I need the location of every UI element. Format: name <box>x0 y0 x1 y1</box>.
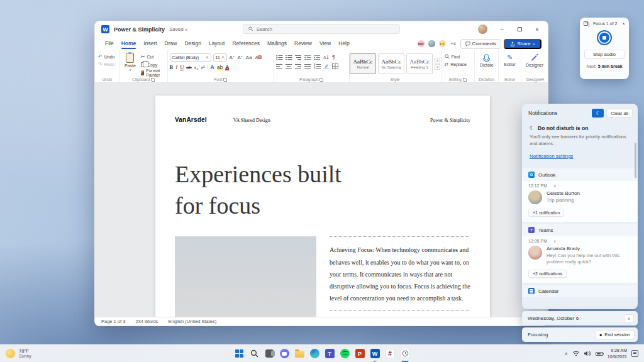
end-session-button[interactable]: ■ End session <box>596 330 635 339</box>
subscript-button[interactable]: x₂ <box>194 65 199 70</box>
expand-calendar-button[interactable]: ∨ <box>624 314 634 323</box>
underline-button[interactable]: U <box>180 64 184 70</box>
dialog-launcher-icon[interactable] <box>319 78 323 82</box>
start-button[interactable] <box>231 345 247 362</box>
tab-insert[interactable]: Insert <box>140 38 160 50</box>
chevron-down-icon[interactable]: ∨ <box>553 239 556 243</box>
more-notifications-chip[interactable]: +2 notifications <box>528 270 567 278</box>
borders-button[interactable] <box>332 63 338 69</box>
dialog-launcher-icon[interactable] <box>151 78 155 82</box>
language-indicator[interactable]: English (United States) <box>169 319 217 324</box>
teams-button[interactable]: T <box>322 345 337 362</box>
font-size-select[interactable]: 11∨ <box>213 53 227 62</box>
strikethrough-button[interactable]: ab <box>186 65 191 70</box>
battery-icon[interactable] <box>596 352 603 356</box>
tab-file[interactable]: File <box>101 38 118 50</box>
stop-audio-button[interactable]: Stop audio <box>584 50 625 58</box>
style-heading1[interactable]: AaBbCcHeading 1 <box>406 53 433 74</box>
tab-review[interactable]: Review <box>291 38 316 50</box>
tab-layout[interactable]: Layout <box>205 38 229 50</box>
document-page[interactable]: VanArsdel VA Shared Design Power & Simpl… <box>155 96 490 317</box>
tab-design[interactable]: Design <box>180 38 204 50</box>
outlook-notification[interactable]: 12:12 PM∨ Celeste Burton Trip planning +… <box>522 181 638 222</box>
notification-settings-link[interactable]: Notification settings <box>530 153 573 159</box>
cut-button[interactable]: ✂Cut <box>140 53 165 60</box>
tab-home[interactable]: Home <box>118 38 140 50</box>
word-count[interactable]: 234 Words <box>135 319 158 324</box>
dialog-launcher-icon[interactable] <box>223 78 227 82</box>
teams-notification[interactable]: 12:05 PM∨ Amanda Brady Hey! Can you help… <box>522 236 638 283</box>
shading-button[interactable] <box>323 63 330 69</box>
align-left-button[interactable] <box>276 63 283 69</box>
style-scroll-down[interactable]: ∨ <box>435 64 440 70</box>
show-hidden-icons-button[interactable]: ∧ <box>565 351 568 356</box>
increase-indent-button[interactable] <box>314 55 321 60</box>
chat-button[interactable] <box>277 345 292 362</box>
copy-button[interactable]: Copy <box>140 61 165 69</box>
bold-button[interactable]: B <box>170 64 174 70</box>
tab-help[interactable]: Help <box>335 38 353 50</box>
line-spacing-button[interactable] <box>314 63 321 69</box>
more-notifications-chip[interactable]: +1 notification <box>528 209 564 217</box>
minimize-button[interactable]: – <box>494 23 510 36</box>
more-collaborators[interactable]: +4 <box>451 41 456 46</box>
volume-icon[interactable] <box>584 351 591 356</box>
file-explorer-button[interactable] <box>292 345 307 362</box>
decrease-indent-button[interactable] <box>304 55 311 60</box>
paste-button[interactable]: Paste ∨ <box>122 53 138 77</box>
replace-button[interactable]: ⇄Replace <box>443 60 473 68</box>
show-formatting-button[interactable]: ¶ <box>332 54 335 60</box>
clock-datetime[interactable]: 9:28 AM 10/6/2021 <box>608 348 627 359</box>
shrink-font-button[interactable]: Aˇ <box>237 55 243 60</box>
tab-draw[interactable]: Draw <box>161 38 181 50</box>
clear-formatting-button[interactable]: A <box>254 55 258 60</box>
font-color-button[interactable]: A <box>225 64 229 70</box>
comments-button[interactable]: Comments <box>460 39 502 49</box>
teams-group-header[interactable]: T Teams <box>522 224 638 236</box>
numbered-list-button[interactable] <box>286 55 292 60</box>
clear-all-button[interactable]: Clear all <box>606 109 633 118</box>
find-button[interactable]: Find <box>443 53 473 60</box>
outlook-group-header[interactable]: O Outlook <box>522 168 638 181</box>
task-view-button[interactable] <box>262 345 277 362</box>
style-scroll-up[interactable]: ∧ <box>435 58 440 63</box>
share-button[interactable]: Share ∨ <box>504 39 541 49</box>
search-input[interactable] <box>257 26 394 32</box>
italic-button[interactable]: I <box>175 64 177 70</box>
style-no-spacing[interactable]: AaBbCcNo Spacing <box>378 53 404 74</box>
sort-button[interactable]: A <box>323 55 330 60</box>
stop-focus-button[interactable] <box>597 30 612 45</box>
dialog-launcher-icon[interactable] <box>463 78 467 82</box>
bullet-list-button[interactable] <box>276 55 283 60</box>
undo-button[interactable]: ↶Undo <box>97 53 118 60</box>
multilevel-list-button[interactable] <box>295 55 302 60</box>
notification-center-icon[interactable] <box>631 350 638 357</box>
close-icon[interactable]: × <box>622 21 625 26</box>
align-center-button[interactable] <box>286 63 292 69</box>
edge-button[interactable] <box>307 345 322 362</box>
change-case-button[interactable]: Aa <box>245 55 253 60</box>
collaborator-avatar-mm[interactable]: MM <box>417 40 425 48</box>
tab-references[interactable]: References <box>228 38 263 50</box>
align-right-button[interactable] <box>295 63 302 69</box>
word-taskbar-button[interactable]: W <box>367 345 382 362</box>
taskbar-search-button[interactable] <box>247 345 262 362</box>
font-name-select[interactable]: Calibri (Body)∨ <box>170 53 211 62</box>
editor-button[interactable]: ✎Editor <box>504 54 516 67</box>
restore-icon[interactable] <box>584 21 588 26</box>
powerpoint-button[interactable]: P <box>352 345 367 362</box>
weather-widget[interactable]: 78°F Sunny <box>0 348 94 359</box>
highlight-color-button[interactable]: ab <box>217 64 223 70</box>
save-status[interactable]: Saved∨ <box>169 26 187 32</box>
search-box[interactable] <box>243 24 400 34</box>
close-button[interactable]: × <box>529 23 545 36</box>
tab-mailings[interactable]: Mailings <box>264 38 291 50</box>
tab-view[interactable]: View <box>316 38 335 50</box>
spotify-button[interactable] <box>337 345 352 362</box>
calendar-group-header[interactable]: Calendar <box>522 285 638 297</box>
scrollbar[interactable] <box>635 143 636 178</box>
justify-button[interactable] <box>304 63 311 69</box>
document-canvas[interactable]: VanArsdel VA Shared Design Power & Simpl… <box>95 83 548 317</box>
redo-button[interactable]: ↷Redo <box>97 60 118 68</box>
wifi-icon[interactable] <box>572 351 580 356</box>
